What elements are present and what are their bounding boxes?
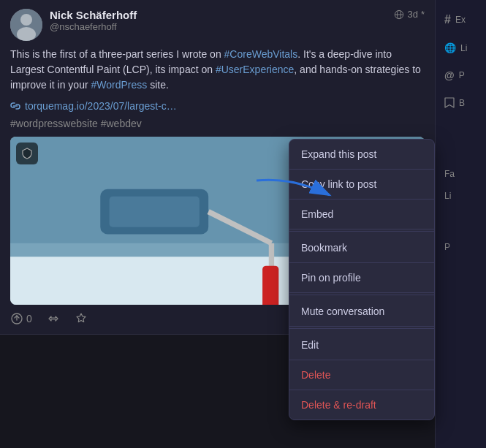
hashtag-userexperience[interactable]: #UserExperience xyxy=(216,64,294,75)
menu-item-mute[interactable]: Mute conversation xyxy=(289,297,434,327)
sidebar-bottom: Fa Li P xyxy=(436,163,486,258)
username[interactable]: @nschaeferhoff xyxy=(50,21,387,32)
right-sidebar: # Ex 🌐 Li @ P B Fa Li P xyxy=(435,0,486,448)
sidebar-globe[interactable]: 🌐 Li xyxy=(436,37,486,59)
section-divider-2 xyxy=(289,295,434,295)
tags-text: #wordpresswebsite #webdev xyxy=(10,118,142,129)
menu-item-delete-redraft[interactable]: Delete & re-draft xyxy=(289,390,434,419)
avatar-image xyxy=(10,9,42,41)
menu-item-edit[interactable]: Edit xyxy=(289,330,434,360)
image-overlay-icon xyxy=(16,143,38,164)
sidebar-fa[interactable]: Fa xyxy=(436,163,486,185)
main-container: Nick Schäferhoff @nschaeferhoff 3d * Thi… xyxy=(0,0,486,448)
reply-icon xyxy=(10,312,23,325)
post-link[interactable]: torquemag.io/2023/07/largest-c… xyxy=(10,100,425,112)
p-label: P xyxy=(444,242,450,252)
timestamp: 3d xyxy=(407,9,417,20)
bookmark-sidebar-icon xyxy=(444,97,455,109)
section-divider-1 xyxy=(289,231,434,232)
at-icon: @ xyxy=(444,69,455,81)
star-icon xyxy=(75,312,88,325)
bookmark-sidebar-label: B xyxy=(459,98,465,108)
hashtag-icon: # xyxy=(444,13,451,26)
user-info: Nick Schäferhoff @nschaeferhoff xyxy=(50,9,387,32)
menu-item-pin[interactable]: Pin on profile xyxy=(289,263,434,293)
post-header: Nick Schäferhoff @nschaeferhoff 3d * xyxy=(10,9,425,41)
li-label: Li xyxy=(444,191,451,201)
blue-arrow xyxy=(249,173,337,220)
hashtag-wordpress[interactable]: #WordPress xyxy=(91,79,147,91)
globe-sidebar-icon: 🌐 xyxy=(444,42,456,53)
favorite-action[interactable] xyxy=(75,312,88,325)
menu-item-expand[interactable]: Expand this post xyxy=(289,140,434,170)
sidebar-li[interactable]: Li xyxy=(436,185,486,207)
timestamp-asterisk: * xyxy=(421,9,425,20)
overlay-shield-icon xyxy=(21,148,33,159)
section-divider-3 xyxy=(289,328,434,329)
display-name[interactable]: Nick Schäferhoff xyxy=(50,9,387,21)
boost-icon xyxy=(47,312,60,325)
content-text-1: This is the first of a three-part series… xyxy=(10,48,224,60)
menu-item-bookmark[interactable]: Bookmark xyxy=(289,233,434,263)
hashtag-label: Ex xyxy=(455,15,466,25)
svg-rect-12 xyxy=(110,197,200,227)
boost-action[interactable] xyxy=(47,312,60,325)
avatar[interactable] xyxy=(10,9,42,41)
sidebar-at[interactable]: @ P xyxy=(436,64,486,87)
post-content: This is the first of a three-part series… xyxy=(10,47,425,93)
at-label: P xyxy=(459,70,465,80)
reply-action[interactable]: 0 xyxy=(10,312,32,325)
svg-point-1 xyxy=(20,14,32,26)
content-text-4: site. xyxy=(147,79,169,91)
svg-rect-15 xyxy=(262,266,278,305)
globe-icon xyxy=(394,10,404,20)
tags-line: #wordpresswebsite #webdev xyxy=(10,118,425,129)
arrow-svg xyxy=(249,173,337,217)
globe-label: Li xyxy=(460,43,467,53)
link-text: torquemag.io/2023/07/largest-c… xyxy=(25,100,177,112)
reply-count: 0 xyxy=(26,313,32,324)
sidebar-hashtag[interactable]: # Ex xyxy=(436,7,486,32)
sidebar-bookmark[interactable]: B xyxy=(436,91,486,115)
sidebar-p[interactable]: P xyxy=(436,236,486,258)
post-meta: 3d * xyxy=(394,9,425,20)
fa-label: Fa xyxy=(444,169,455,179)
menu-item-delete[interactable]: Delete xyxy=(289,360,434,390)
hashtag-corewebvitals[interactable]: #CoreWebVitals xyxy=(224,48,298,60)
link-icon xyxy=(10,101,20,111)
